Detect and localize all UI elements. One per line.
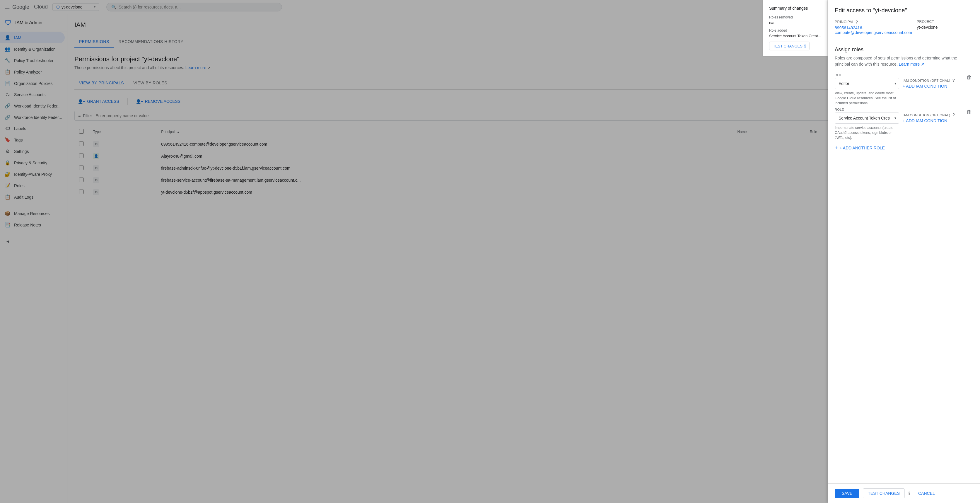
save-button[interactable]: SAVE bbox=[835, 489, 859, 498]
principal-info: Principal ? 899561492416-compute@develop… bbox=[835, 20, 912, 35]
add-condition-btn-1[interactable]: + ADD IAM CONDITION bbox=[903, 84, 947, 89]
delete-role-btn-2[interactable]: 🗑 bbox=[966, 108, 973, 116]
iam-cond-label-2: IAM condition (optional) ? bbox=[903, 113, 962, 117]
add-role-plus-icon: + bbox=[835, 145, 838, 151]
iam-cond-label-1: IAM condition (optional) ? bbox=[903, 78, 962, 83]
role-added-label: Role added bbox=[769, 29, 821, 32]
role-desc-2: Impersonate service accounts (create OAu… bbox=[835, 126, 899, 140]
role-select-wrapper-1: Editor ▾ bbox=[835, 78, 899, 89]
role-desc-1: View, create, update, and delete most Go… bbox=[835, 91, 899, 105]
iam-condition-section-1: IAM condition (optional) ? + ADD IAM CON… bbox=[903, 78, 962, 89]
role-added-value: Service Account Token Creat... bbox=[769, 34, 821, 38]
role-row-1: Role Editor ▾ View, create, update, and … bbox=[835, 73, 973, 105]
add-condition-btn-2[interactable]: + ADD IAM CONDITION bbox=[903, 118, 947, 123]
role-select-wrapper-2: Service Account Token Creator ▾ bbox=[835, 113, 899, 124]
summary-panel: Summary of changes Roles removed n/a Rol… bbox=[763, 0, 828, 56]
assign-roles-title: Assign roles bbox=[835, 46, 973, 53]
principal-help-icon[interactable]: ? bbox=[856, 20, 858, 24]
project-value: yt-devclone bbox=[917, 25, 973, 30]
principal-value: 899561492416-compute@developer.gservicea… bbox=[835, 25, 912, 35]
add-another-role-button[interactable]: + + ADD ANOTHER ROLE bbox=[835, 143, 885, 153]
role-section-1: Role Editor ▾ View, create, update, and … bbox=[835, 73, 962, 105]
edit-panel-title: Edit access to "yt-devclone" bbox=[835, 7, 973, 14]
info-grid: Principal ? 899561492416-compute@develop… bbox=[835, 20, 973, 35]
test-changes-info-icon[interactable]: ℹ bbox=[908, 491, 910, 496]
iam-help-icon-2[interactable]: ? bbox=[953, 113, 955, 117]
edit-panel-header: Edit access to "yt-devclone" Principal ?… bbox=[828, 0, 980, 46]
delete-role-btn-1[interactable]: 🗑 bbox=[966, 73, 973, 82]
assign-roles-desc: Roles are composed of sets of permission… bbox=[835, 55, 973, 67]
edit-panel-footer: SAVE TEST CHANGES ℹ CANCEL bbox=[828, 483, 980, 503]
iam-condition-section-2: IAM condition (optional) ? + ADD IAM CON… bbox=[903, 113, 962, 123]
role-row-2: Role Service Account Token Creator ▾ Imp… bbox=[835, 108, 973, 140]
roles-removed-label: Roles removed bbox=[769, 15, 821, 19]
role-select-2[interactable]: Service Account Token Creator bbox=[835, 113, 899, 124]
summary-test-changes-button[interactable]: TEST CHANGES ℹ bbox=[769, 41, 810, 50]
summary-title: Summary of changes bbox=[769, 6, 821, 11]
project-label: Project bbox=[917, 20, 973, 24]
role-label-2: Role bbox=[835, 108, 962, 111]
project-info: Project yt-devclone bbox=[917, 20, 973, 35]
iam-help-icon-1[interactable]: ? bbox=[953, 78, 955, 83]
edit-panel: Edit access to "yt-devclone" Principal ?… bbox=[828, 0, 980, 503]
role-section-2: Role Service Account Token Creator ▾ Imp… bbox=[835, 108, 962, 140]
summary-info-icon: ℹ bbox=[804, 44, 806, 48]
edit-panel-body: Assign roles Roles are composed of sets … bbox=[828, 46, 980, 483]
assign-roles-link[interactable]: Learn more ↗ bbox=[899, 62, 924, 67]
cancel-button[interactable]: CANCEL bbox=[913, 489, 940, 498]
role-select-1[interactable]: Editor bbox=[835, 78, 899, 89]
principal-label: Principal ? bbox=[835, 20, 912, 24]
test-changes-button[interactable]: TEST CHANGES bbox=[863, 489, 905, 498]
roles-removed-value: n/a bbox=[769, 21, 821, 25]
role-label-1: Role bbox=[835, 73, 962, 77]
